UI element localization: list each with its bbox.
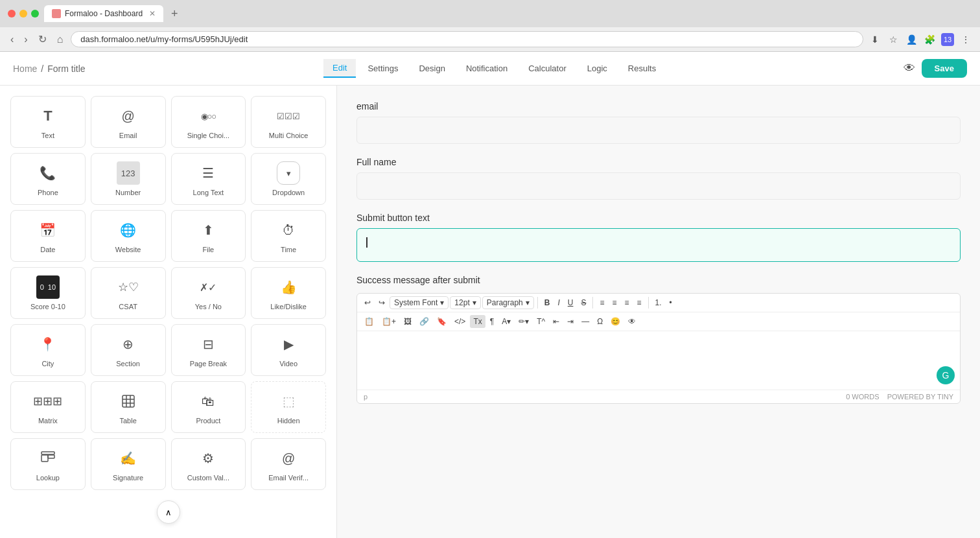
- image-button[interactable]: 🖼: [401, 315, 415, 328]
- submit-text-input[interactable]: [356, 228, 961, 262]
- tab-results[interactable]: Results: [619, 59, 665, 78]
- widget-matrix[interactable]: ⊞⊞⊞ Matrix: [10, 381, 86, 433]
- indent-button[interactable]: ⇥: [564, 315, 577, 328]
- fullname-field-input[interactable]: [356, 172, 961, 200]
- source-button[interactable]: 👁: [625, 315, 639, 328]
- widget-product[interactable]: 🛍 Product: [171, 381, 246, 433]
- widget-time[interactable]: ⏱ Time: [251, 210, 326, 262]
- preview-button[interactable]: 👁: [904, 62, 915, 75]
- profile-icon[interactable]: 👤: [905, 33, 918, 46]
- special-char-button[interactable]: Ω: [594, 315, 606, 328]
- redo-button[interactable]: ↪: [375, 296, 388, 309]
- unordered-list-button[interactable]: •: [666, 296, 675, 309]
- widget-website[interactable]: 🌐 Website: [91, 210, 166, 262]
- download-icon[interactable]: ⬇: [869, 33, 881, 46]
- paragraph-value: Paragraph: [487, 298, 523, 307]
- widget-section[interactable]: ⊕ Section: [91, 324, 166, 376]
- clear-formatting-button[interactable]: Tx: [470, 315, 485, 328]
- font-family-select[interactable]: System Font ▾: [390, 296, 449, 309]
- cursor-line: p: [364, 393, 368, 401]
- back-button[interactable]: ‹: [8, 32, 16, 47]
- extension-icon[interactable]: 🧩: [923, 33, 936, 46]
- ordered-list-button[interactable]: 1.: [652, 296, 665, 309]
- widget-city[interactable]: 📍 City: [10, 324, 86, 376]
- rich-editor-body[interactable]: G: [357, 331, 960, 390]
- widget-page-break[interactable]: ⊟ Page Break: [171, 324, 246, 376]
- widget-number[interactable]: 123 Number: [91, 153, 166, 205]
- highlight-button[interactable]: ✏▾: [515, 315, 532, 328]
- new-tab-button[interactable]: +: [171, 7, 178, 21]
- outdent-button[interactable]: ⇤: [550, 315, 563, 328]
- menu-icon[interactable]: ⋮: [959, 33, 972, 46]
- paragraph-mark-button[interactable]: ¶: [487, 315, 497, 328]
- align-center-button[interactable]: ≡: [609, 296, 620, 309]
- font-color-button[interactable]: A▾: [498, 315, 514, 328]
- forward-button[interactable]: ›: [21, 32, 30, 47]
- widget-phone[interactable]: 📞 Phone: [10, 153, 86, 205]
- widget-multi-choice[interactable]: ☑☑☑ Multi Choice: [251, 96, 326, 148]
- link-button[interactable]: 🔗: [416, 315, 432, 328]
- star-icon[interactable]: ☆: [887, 33, 900, 46]
- hr-button[interactable]: —: [578, 315, 592, 328]
- paste-button[interactable]: 📋: [361, 315, 377, 328]
- widget-email-verif[interactable]: @ Email Verif...: [251, 438, 326, 490]
- paste-special-button[interactable]: 📋+: [379, 315, 399, 328]
- widget-email[interactable]: @ Email: [91, 96, 166, 148]
- tab-logic[interactable]: Logic: [578, 59, 616, 78]
- tab-notification[interactable]: Notification: [457, 59, 517, 78]
- widget-file[interactable]: ⬆ File: [171, 210, 246, 262]
- breadcrumb-separator: /: [41, 64, 43, 74]
- tab-calculator[interactable]: Calculator: [519, 59, 576, 78]
- emoji-button[interactable]: 😊: [607, 315, 624, 328]
- widget-table[interactable]: Table: [91, 381, 166, 433]
- widget-lookup[interactable]: Lookup: [10, 438, 86, 490]
- paragraph-select[interactable]: Paragraph ▾: [482, 296, 534, 309]
- breadcrumb-home[interactable]: Home: [13, 64, 37, 74]
- home-button[interactable]: ⌂: [54, 32, 66, 47]
- close-dot[interactable]: [8, 10, 16, 18]
- widget-hidden[interactable]: ⬚ Hidden: [251, 381, 326, 433]
- code-button[interactable]: </>: [451, 315, 469, 328]
- url-bar[interactable]: dash.formaloo.net/u/my-forms/U595hJUj/ed…: [71, 31, 863, 47]
- align-justify-button[interactable]: ≡: [634, 296, 645, 309]
- widget-email-verif-label: Email Verif...: [268, 474, 309, 482]
- widget-custom-val[interactable]: ⚙ Custom Val...: [171, 438, 246, 490]
- italic-button[interactable]: I: [554, 296, 563, 309]
- widget-text[interactable]: T Text: [10, 96, 86, 148]
- font-size-select[interactable]: 12pt ▾: [450, 296, 480, 309]
- strikethrough-button[interactable]: S: [578, 296, 589, 309]
- widget-video[interactable]: ▶ Video: [251, 324, 326, 376]
- maximize-dot[interactable]: [31, 10, 39, 18]
- grammarly-button[interactable]: G: [937, 366, 955, 384]
- widget-score[interactable]: 0 10 Score 0-10: [10, 267, 86, 319]
- widget-yes-no[interactable]: ✗✓ Yes / No: [171, 267, 246, 319]
- tab-edit[interactable]: Edit: [323, 59, 356, 78]
- scroll-up-button[interactable]: ∧: [157, 500, 180, 524]
- bookmark-button[interactable]: 🔖: [434, 315, 450, 328]
- bold-button[interactable]: B: [541, 296, 554, 309]
- widget-csat[interactable]: ☆♡ CSAT: [91, 267, 166, 319]
- widget-signature[interactable]: ✍ Signature: [91, 438, 166, 490]
- align-left-button[interactable]: ≡: [596, 296, 607, 309]
- align-right-button[interactable]: ≡: [622, 296, 633, 309]
- refresh-button[interactable]: ↻: [36, 32, 49, 47]
- browser-tab[interactable]: Formaloo - Dashboard ✕: [44, 5, 163, 22]
- superscript-button[interactable]: T^: [533, 315, 548, 328]
- minimize-dot[interactable]: [19, 10, 27, 18]
- undo-button[interactable]: ↩: [361, 296, 374, 309]
- tab-settings[interactable]: Settings: [358, 59, 407, 78]
- email-field-input[interactable]: [356, 117, 961, 144]
- widget-date[interactable]: 📅 Date: [10, 210, 86, 262]
- widget-like-dislike[interactable]: 👍 Like/Dislike: [251, 267, 326, 319]
- widget-long-text[interactable]: ☰ Long Text: [171, 153, 246, 205]
- tab-design[interactable]: Design: [410, 59, 454, 78]
- success-message-section: Success message after submit ↩ ↪ System …: [356, 275, 961, 404]
- widget-signature-label: Signature: [113, 474, 143, 482]
- widget-long-text-label: Long Text: [193, 189, 224, 196]
- widget-dropdown[interactable]: ▾ Dropdown: [251, 153, 326, 205]
- underline-button[interactable]: U: [565, 296, 577, 309]
- widget-single-choice[interactable]: ◉○○ Single Choi...: [171, 96, 246, 148]
- main-content: T Text @ Email ◉○○ Single Choi... ☑☑☑ Mu…: [0, 86, 980, 538]
- save-button[interactable]: Save: [922, 59, 967, 78]
- tab-close-icon[interactable]: ✕: [149, 9, 156, 18]
